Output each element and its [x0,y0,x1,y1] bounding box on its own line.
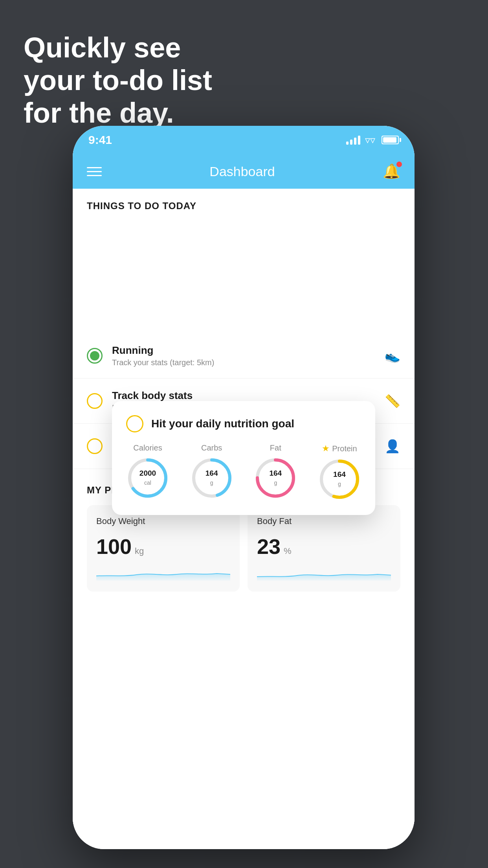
nutrition-calories: Calories 2000cal [126,443,169,501]
hero-line3: for the day. [24,97,212,129]
body-weight-value: 100 [96,534,132,559]
hamburger-menu-button[interactable] [87,167,102,176]
status-icons: ▿▿ [346,134,399,146]
protein-ring: 164g [318,458,361,501]
body-weight-title: Body Weight [96,516,230,526]
nutrition-check-circle[interactable] [126,415,143,432]
body-fat-title: Body Fat [257,516,391,526]
nutrition-protein: ★ Protein 164g [318,443,361,501]
body-weight-unit: kg [135,546,144,556]
hero-line2: your to-do list [24,64,212,97]
status-bar: 9:41 ▿▿ [73,126,415,154]
shoe-icon: 👟 [385,348,400,363]
todo-check-running[interactable] [87,348,103,364]
scale-icon: 📏 [385,394,400,408]
phone-scroll-area: THINGS TO DO TODAY Running Track your st… [73,189,415,849]
nutrition-carbs: Carbs 164g [190,443,233,501]
notification-dot [396,162,402,167]
status-time: 9:41 [88,133,112,147]
battery-icon [382,136,399,144]
todo-check-bodystats[interactable] [87,393,103,409]
phone-frame: 9:41 ▿▿ Dashboard [73,126,415,849]
things-to-do-header: THINGS TO DO TODAY [73,189,415,219]
list-item[interactable]: Running Track your stats (target: 5km) 👟 [73,333,415,379]
nutrition-card-title: Hit your daily nutrition goal [151,417,294,430]
calories-ring: 2000cal [126,456,169,500]
fat-ring: 164g [254,456,297,500]
body-fat-unit: % [284,546,292,556]
carbs-ring: 164g [190,456,233,500]
nutrition-goal-card: Hit your daily nutrition goal Calories 2… [112,401,375,515]
protein-label: ★ Protein [322,443,357,454]
carbs-label: Carbs [201,443,222,452]
nutrition-fat: Fat 164g [254,443,297,501]
wifi-icon: ▿▿ [365,134,375,146]
hero-text: Quickly see your to-do list for the day. [24,31,212,129]
person-icon: 👤 [385,439,400,454]
nutrition-row: Calories 2000cal Carbs [126,443,361,501]
bell-icon[interactable]: 🔔 [383,163,400,180]
fat-label: Fat [270,443,281,452]
todo-sub-running: Track your stats (target: 5km) [112,358,375,367]
todo-check-photos[interactable] [87,438,103,454]
hero-line1: Quickly see [24,31,212,64]
todo-title-running: Running [112,344,375,357]
body-fat-value: 23 [257,534,281,559]
nav-title: Dashboard [209,164,275,179]
body-fat-card[interactable]: Body Fat 23 % [248,505,400,592]
progress-cards: Body Weight 100 kg [87,505,400,592]
star-icon: ★ [322,443,330,454]
body-weight-chart [96,565,230,581]
nav-bar: Dashboard 🔔 [73,154,415,189]
body-weight-card[interactable]: Body Weight 100 kg [87,505,240,592]
todo-title-bodystats: Track body stats [112,390,375,402]
calories-label: Calories [133,443,162,452]
body-fat-chart [257,565,391,581]
signal-icon [346,135,360,145]
